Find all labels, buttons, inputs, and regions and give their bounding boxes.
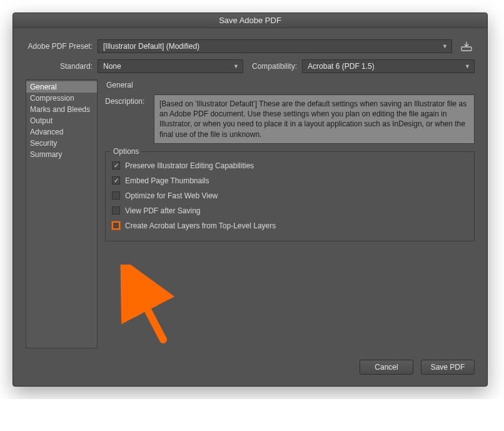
sidebar-item-compression[interactable]: Compression (26, 93, 97, 104)
save-pdf-dialog: Save Adobe PDF Adobe PDF Preset: [Illust… (13, 13, 488, 387)
dialog-content: Adobe PDF Preset: [Illustrator Default] … (13, 28, 487, 386)
chevron-down-icon: ▼ (233, 63, 239, 69)
dialog-footer: Cancel Save PDF (26, 348, 475, 375)
description-label: Description: (105, 94, 154, 106)
option-row: Preserve Illustrator Editing Capabilitie… (112, 158, 468, 173)
preset-value: [Illustrator Default] (Modified) (103, 42, 199, 51)
cancel-label: Cancel (375, 363, 398, 372)
panel-title: General (105, 79, 475, 94)
main-area: GeneralCompressionMarks and BleedsOutput… (26, 79, 475, 348)
standard-label: Standard: (26, 62, 98, 71)
options-fieldset: Options Preserve Illustrator Editing Cap… (105, 151, 475, 241)
chevron-down-icon: ▼ (465, 63, 470, 69)
save-preset-button[interactable] (458, 39, 475, 53)
compatibility-select[interactable]: Acrobat 6 (PDF 1.5) ▼ (302, 59, 475, 73)
panel-general: General Description: [Based on 'Illustra… (98, 79, 475, 348)
option-checkbox[interactable] (112, 161, 120, 170)
save-pdf-button[interactable]: Save PDF (421, 360, 475, 375)
option-label: Preserve Illustrator Editing Capabilitie… (125, 161, 254, 170)
option-label: View PDF after Saving (125, 206, 201, 215)
description-row: Description: [Based on 'Illustrator Defa… (105, 94, 475, 144)
option-checkbox[interactable] (112, 176, 120, 185)
compatibility-value: Acrobat 6 (PDF 1.5) (308, 62, 375, 71)
preset-label: Adobe PDF Preset: (26, 42, 98, 51)
sidebar-item-output[interactable]: Output (26, 115, 97, 126)
sidebar: GeneralCompressionMarks and BleedsOutput… (26, 79, 98, 348)
preset-row: Adobe PDF Preset: [Illustrator Default] … (26, 39, 475, 53)
titlebar: Save Adobe PDF (13, 13, 487, 28)
standard-value: None (103, 62, 121, 71)
standard-row: Standard: None ▼ Compatibility: Acrobat … (26, 59, 475, 73)
sidebar-item-security[interactable]: Security (26, 138, 97, 149)
option-row: View PDF after Saving (112, 203, 468, 218)
option-checkbox[interactable] (112, 221, 120, 230)
save-preset-icon (461, 41, 472, 51)
option-row: Embed Page Thumbnails (112, 173, 468, 188)
option-checkbox[interactable] (112, 206, 120, 215)
svg-rect-0 (461, 47, 471, 51)
standard-select[interactable]: None ▼ (98, 59, 243, 73)
option-label: Optimize for Fast Web View (125, 191, 218, 200)
compatibility-label: Compatibility: (243, 62, 302, 71)
save-pdf-label: Save PDF (431, 363, 465, 372)
option-row: Optimize for Fast Web View (112, 188, 468, 203)
option-row: Create Acrobat Layers from Top-Level Lay… (112, 218, 468, 233)
option-label: Embed Page Thumbnails (125, 176, 209, 185)
option-label: Create Acrobat Layers from Top-Level Lay… (125, 221, 276, 230)
dialog-title: Save Adobe PDF (219, 16, 281, 25)
sidebar-item-general[interactable]: General (26, 81, 97, 93)
description-textarea[interactable]: [Based on 'Illustrator Default'] These a… (154, 94, 475, 144)
sidebar-item-summary[interactable]: Summary (26, 149, 97, 160)
options-legend: Options (111, 147, 141, 156)
option-checkbox[interactable] (112, 191, 120, 200)
preset-select[interactable]: [Illustrator Default] (Modified) ▼ (98, 39, 452, 53)
cancel-button[interactable]: Cancel (360, 360, 413, 375)
sidebar-item-advanced[interactable]: Advanced (26, 126, 97, 138)
chevron-down-icon: ▼ (442, 43, 448, 49)
sidebar-item-marks-and-bleeds[interactable]: Marks and Bleeds (26, 104, 97, 115)
